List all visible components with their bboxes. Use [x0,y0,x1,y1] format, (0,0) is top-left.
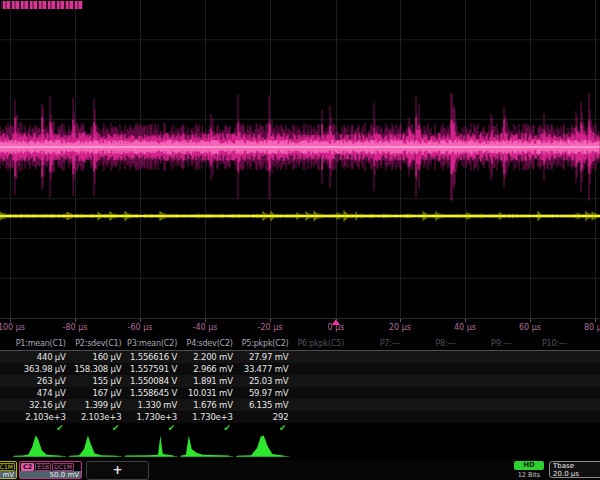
table-row: 440 µV160 µV1.556616 V2.200 mV27.97 mV [0,351,600,363]
c1-badge-row: DC1M [0,462,16,471]
measure-max: 167 µV [68,387,124,399]
measure-sdev [458,399,514,411]
timebase-box[interactable]: Tbase 20.0 µs [549,461,600,478]
measure-sdev [513,399,569,411]
measure-value: 160 µV [68,351,124,363]
measure-min [290,375,346,387]
histicon-p5[interactable] [237,436,285,457]
measure-value [290,351,346,363]
measure-num: 1.730e+3 [179,411,235,423]
measure-header-p4[interactable]: P4:sdev(C2) [179,337,235,350]
timebase-value: 20.0 µs [550,470,600,478]
time-axis: -100 µs-80 µs-60 µs-40 µs-20 µs0 µs20 µs… [0,319,600,336]
bottom-bar: DC1M 0 mV C2 ESB DC1M 50.0 mV + HD 12 Bi… [0,460,600,480]
axis-tick [530,319,531,322]
measure-mean [346,363,402,375]
measure-num [402,411,458,423]
measure-max [458,387,514,399]
measurement-table: P1:mean(C1)P2:sdev(C1)P3:mean(C2)P4:sdev… [0,337,600,434]
table-row: 2.103e+32.103e+31.730e+31.730e+3292 [0,411,600,423]
histicon-p2[interactable] [70,436,118,457]
time-axis-label: 20 µs [389,323,411,332]
measure-min [346,375,402,387]
measure-min [458,375,514,387]
channel-c2-descriptor[interactable]: C2 ESB DC1M 50.0 mV [19,461,82,479]
axis-tick [595,319,596,322]
time-axis-label: 40 µs [454,323,476,332]
axis-tick [205,319,206,322]
measure-header-p8[interactable]: P8:--- [402,337,458,350]
measure-header-p6[interactable]: P6:pkpk(C5) [290,337,346,350]
measure-max [346,387,402,399]
measure-header-p11[interactable]: P11 [569,337,600,350]
measure-num [569,411,600,423]
time-axis-label: 0 µs [328,323,345,332]
measure-header-p2[interactable]: P2:sdev(C1) [68,337,124,350]
measure-num [513,411,569,423]
c2-label-badge: C2 [21,463,34,471]
histicon-p4[interactable] [181,436,229,457]
measure-value [346,351,402,363]
table-row: 474 µV167 µV1.558645 V10.031 mV59.97 mV [0,387,600,399]
measure-min: 263 µV [12,375,68,387]
measure-mean: 158.308 µV [68,363,124,375]
measure-min: 1.891 mV [179,375,235,387]
time-axis-label: 60 µs [519,323,541,332]
measure-sdev: 1.330 mV [123,399,179,411]
measure-header-p9[interactable]: P9:--- [458,337,514,350]
time-axis-label: -40 µs [193,323,218,332]
measure-sdev [569,399,600,411]
hd-bits-label: 12 Bits [512,471,546,479]
time-axis-label: 80 µs [584,323,600,332]
table-row: 263 µV155 µV1.550084 V1.891 mV25.03 mV [0,375,600,387]
measure-max: 1.558645 V [123,387,179,399]
measure-header-p7[interactable]: P7:--- [346,337,402,350]
c2-esb-badge: ESB [35,463,51,471]
add-trace-button[interactable]: + [86,461,149,480]
measure-num: 2.103e+3 [12,411,68,423]
measure-sdev: 32.16 µV [12,399,68,411]
measure-mean: 1.557591 V [123,363,179,375]
measure-header-p3[interactable]: P3:mean(C2) [123,337,179,350]
table-row: 32.16 µV1.399 µV1.330 mV1.676 mV6.135 mV [0,399,600,411]
oscilloscope-screen: -100 µs-80 µs-60 µs-40 µs-20 µs0 µs20 µs… [0,0,600,480]
measure-max [569,387,600,399]
measure-mean [569,363,600,375]
table-row: 363.98 µV158.308 µV1.557591 V2.966 mV33.… [0,363,600,375]
measure-value [458,351,514,363]
measure-min: 1.550084 V [123,375,179,387]
measure-value [569,351,600,363]
measure-min [569,375,600,387]
axis-tick [10,319,11,322]
measure-value [402,351,458,363]
measure-sdev: 6.135 mV [235,399,291,411]
waveform-display [0,0,600,319]
axis-tick [270,319,271,322]
measure-mean: 363.98 µV [12,363,68,375]
measure-num [290,411,346,423]
measure-mean: 2.966 mV [179,363,235,375]
time-axis-label: -60 µs [128,323,153,332]
axis-tick [75,319,76,322]
measure-value [513,351,569,363]
hd-mode-badge[interactable]: HD [514,461,544,470]
histicon-p3[interactable] [125,436,173,457]
measure-num [346,411,402,423]
measure-max: 474 µV [12,387,68,399]
c2-scale-readout: 50.0 mV [20,471,81,479]
measure-num: 292 [235,411,291,423]
trace-annotation-badge [1,1,83,9]
histicon-p1[interactable] [14,436,62,457]
axis-tick [465,319,466,322]
measure-header-p1[interactable]: P1:mean(C1) [12,337,68,350]
axis-tick [336,319,337,322]
channel-c1-descriptor[interactable]: DC1M 0 mV [0,461,17,479]
measure-header-p10[interactable]: P10:--- [513,337,569,350]
measure-num [458,411,514,423]
measure-min: 155 µV [68,375,124,387]
measure-mean [513,363,569,375]
measure-num: 2.103e+3 [68,411,124,423]
measure-max: 10.031 mV [179,387,235,399]
axis-tick [140,319,141,322]
measure-header-p5[interactable]: P5:pkpk(C2) [235,337,291,350]
